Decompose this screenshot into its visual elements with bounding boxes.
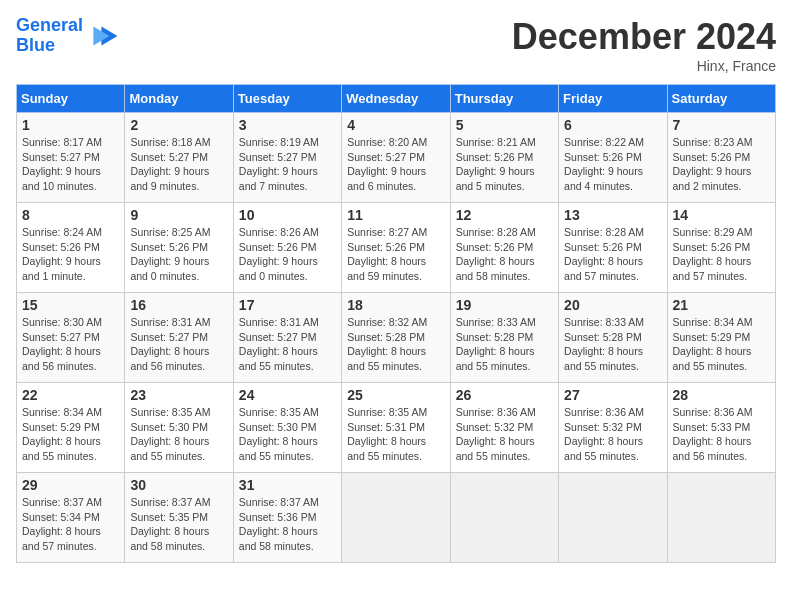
weekday-header-saturday: Saturday xyxy=(667,85,775,113)
day-cell-10: 10 Sunrise: 8:26 AM Sunset: 5:26 PM Dayl… xyxy=(233,203,341,293)
day-cell-25: 25 Sunrise: 8:35 AM Sunset: 5:31 PM Dayl… xyxy=(342,383,450,473)
day-cell-9: 9 Sunrise: 8:25 AM Sunset: 5:26 PM Dayli… xyxy=(125,203,233,293)
day-number: 5 xyxy=(456,117,553,133)
day-number: 21 xyxy=(673,297,770,313)
day-info: Sunrise: 8:35 AM Sunset: 5:31 PM Dayligh… xyxy=(347,406,427,462)
day-cell-29: 29 Sunrise: 8:37 AM Sunset: 5:34 PM Dayl… xyxy=(17,473,125,563)
day-info: Sunrise: 8:22 AM Sunset: 5:26 PM Dayligh… xyxy=(564,136,644,192)
logo: GeneralBlue xyxy=(16,16,119,56)
day-number: 1 xyxy=(22,117,119,133)
day-cell-26: 26 Sunrise: 8:36 AM Sunset: 5:32 PM Dayl… xyxy=(450,383,558,473)
day-info: Sunrise: 8:18 AM Sunset: 5:27 PM Dayligh… xyxy=(130,136,210,192)
weekday-header-wednesday: Wednesday xyxy=(342,85,450,113)
day-number: 9 xyxy=(130,207,227,223)
day-info: Sunrise: 8:25 AM Sunset: 5:26 PM Dayligh… xyxy=(130,226,210,282)
day-info: Sunrise: 8:26 AM Sunset: 5:26 PM Dayligh… xyxy=(239,226,319,282)
weekday-header-tuesday: Tuesday xyxy=(233,85,341,113)
day-number: 23 xyxy=(130,387,227,403)
empty-cell xyxy=(450,473,558,563)
day-info: Sunrise: 8:28 AM Sunset: 5:26 PM Dayligh… xyxy=(456,226,536,282)
day-info: Sunrise: 8:20 AM Sunset: 5:27 PM Dayligh… xyxy=(347,136,427,192)
day-cell-11: 11 Sunrise: 8:27 AM Sunset: 5:26 PM Dayl… xyxy=(342,203,450,293)
empty-cell xyxy=(342,473,450,563)
day-cell-5: 5 Sunrise: 8:21 AM Sunset: 5:26 PM Dayli… xyxy=(450,113,558,203)
empty-cell xyxy=(667,473,775,563)
month-title: December 2024 xyxy=(512,16,776,58)
day-number: 7 xyxy=(673,117,770,133)
location: Hinx, France xyxy=(512,58,776,74)
day-number: 11 xyxy=(347,207,444,223)
day-cell-4: 4 Sunrise: 8:20 AM Sunset: 5:27 PM Dayli… xyxy=(342,113,450,203)
day-info: Sunrise: 8:37 AM Sunset: 5:36 PM Dayligh… xyxy=(239,496,319,552)
day-cell-22: 22 Sunrise: 8:34 AM Sunset: 5:29 PM Dayl… xyxy=(17,383,125,473)
day-info: Sunrise: 8:36 AM Sunset: 5:33 PM Dayligh… xyxy=(673,406,753,462)
day-number: 4 xyxy=(347,117,444,133)
weekday-header-sunday: Sunday xyxy=(17,85,125,113)
day-info: Sunrise: 8:35 AM Sunset: 5:30 PM Dayligh… xyxy=(239,406,319,462)
day-number: 17 xyxy=(239,297,336,313)
day-number: 3 xyxy=(239,117,336,133)
day-info: Sunrise: 8:33 AM Sunset: 5:28 PM Dayligh… xyxy=(564,316,644,372)
day-number: 12 xyxy=(456,207,553,223)
day-number: 15 xyxy=(22,297,119,313)
day-number: 24 xyxy=(239,387,336,403)
day-info: Sunrise: 8:35 AM Sunset: 5:30 PM Dayligh… xyxy=(130,406,210,462)
day-cell-20: 20 Sunrise: 8:33 AM Sunset: 5:28 PM Dayl… xyxy=(559,293,667,383)
day-cell-31: 31 Sunrise: 8:37 AM Sunset: 5:36 PM Dayl… xyxy=(233,473,341,563)
day-number: 14 xyxy=(673,207,770,223)
day-cell-24: 24 Sunrise: 8:35 AM Sunset: 5:30 PM Dayl… xyxy=(233,383,341,473)
weekday-header-thursday: Thursday xyxy=(450,85,558,113)
week-row-1: 1 Sunrise: 8:17 AM Sunset: 5:27 PM Dayli… xyxy=(17,113,776,203)
day-number: 30 xyxy=(130,477,227,493)
day-info: Sunrise: 8:37 AM Sunset: 5:34 PM Dayligh… xyxy=(22,496,102,552)
day-cell-18: 18 Sunrise: 8:32 AM Sunset: 5:28 PM Dayl… xyxy=(342,293,450,383)
day-number: 26 xyxy=(456,387,553,403)
empty-cell xyxy=(559,473,667,563)
day-cell-15: 15 Sunrise: 8:30 AM Sunset: 5:27 PM Dayl… xyxy=(17,293,125,383)
day-info: Sunrise: 8:29 AM Sunset: 5:26 PM Dayligh… xyxy=(673,226,753,282)
day-number: 22 xyxy=(22,387,119,403)
day-cell-21: 21 Sunrise: 8:34 AM Sunset: 5:29 PM Dayl… xyxy=(667,293,775,383)
day-number: 31 xyxy=(239,477,336,493)
day-info: Sunrise: 8:17 AM Sunset: 5:27 PM Dayligh… xyxy=(22,136,102,192)
day-info: Sunrise: 8:32 AM Sunset: 5:28 PM Dayligh… xyxy=(347,316,427,372)
day-cell-19: 19 Sunrise: 8:33 AM Sunset: 5:28 PM Dayl… xyxy=(450,293,558,383)
day-info: Sunrise: 8:28 AM Sunset: 5:26 PM Dayligh… xyxy=(564,226,644,282)
day-cell-12: 12 Sunrise: 8:28 AM Sunset: 5:26 PM Dayl… xyxy=(450,203,558,293)
week-row-3: 15 Sunrise: 8:30 AM Sunset: 5:27 PM Dayl… xyxy=(17,293,776,383)
day-info: Sunrise: 8:34 AM Sunset: 5:29 PM Dayligh… xyxy=(673,316,753,372)
day-info: Sunrise: 8:36 AM Sunset: 5:32 PM Dayligh… xyxy=(564,406,644,462)
day-info: Sunrise: 8:33 AM Sunset: 5:28 PM Dayligh… xyxy=(456,316,536,372)
day-cell-28: 28 Sunrise: 8:36 AM Sunset: 5:33 PM Dayl… xyxy=(667,383,775,473)
day-cell-8: 8 Sunrise: 8:24 AM Sunset: 5:26 PM Dayli… xyxy=(17,203,125,293)
day-cell-30: 30 Sunrise: 8:37 AM Sunset: 5:35 PM Dayl… xyxy=(125,473,233,563)
day-cell-1: 1 Sunrise: 8:17 AM Sunset: 5:27 PM Dayli… xyxy=(17,113,125,203)
day-info: Sunrise: 8:34 AM Sunset: 5:29 PM Dayligh… xyxy=(22,406,102,462)
day-number: 20 xyxy=(564,297,661,313)
day-info: Sunrise: 8:24 AM Sunset: 5:26 PM Dayligh… xyxy=(22,226,102,282)
day-number: 2 xyxy=(130,117,227,133)
weekday-header-row: SundayMondayTuesdayWednesdayThursdayFrid… xyxy=(17,85,776,113)
day-info: Sunrise: 8:37 AM Sunset: 5:35 PM Dayligh… xyxy=(130,496,210,552)
week-row-5: 29 Sunrise: 8:37 AM Sunset: 5:34 PM Dayl… xyxy=(17,473,776,563)
day-cell-16: 16 Sunrise: 8:31 AM Sunset: 5:27 PM Dayl… xyxy=(125,293,233,383)
day-cell-3: 3 Sunrise: 8:19 AM Sunset: 5:27 PM Dayli… xyxy=(233,113,341,203)
day-number: 19 xyxy=(456,297,553,313)
day-info: Sunrise: 8:23 AM Sunset: 5:26 PM Dayligh… xyxy=(673,136,753,192)
logo-text: GeneralBlue xyxy=(16,16,83,56)
calendar-table: SundayMondayTuesdayWednesdayThursdayFrid… xyxy=(16,84,776,563)
day-info: Sunrise: 8:31 AM Sunset: 5:27 PM Dayligh… xyxy=(130,316,210,372)
day-number: 6 xyxy=(564,117,661,133)
day-cell-23: 23 Sunrise: 8:35 AM Sunset: 5:30 PM Dayl… xyxy=(125,383,233,473)
day-info: Sunrise: 8:27 AM Sunset: 5:26 PM Dayligh… xyxy=(347,226,427,282)
day-info: Sunrise: 8:31 AM Sunset: 5:27 PM Dayligh… xyxy=(239,316,319,372)
day-number: 13 xyxy=(564,207,661,223)
day-number: 27 xyxy=(564,387,661,403)
week-row-4: 22 Sunrise: 8:34 AM Sunset: 5:29 PM Dayl… xyxy=(17,383,776,473)
page-header: GeneralBlue December 2024 Hinx, France xyxy=(16,16,776,74)
day-cell-17: 17 Sunrise: 8:31 AM Sunset: 5:27 PM Dayl… xyxy=(233,293,341,383)
title-block: December 2024 Hinx, France xyxy=(512,16,776,74)
day-number: 18 xyxy=(347,297,444,313)
day-cell-6: 6 Sunrise: 8:22 AM Sunset: 5:26 PM Dayli… xyxy=(559,113,667,203)
day-cell-27: 27 Sunrise: 8:36 AM Sunset: 5:32 PM Dayl… xyxy=(559,383,667,473)
